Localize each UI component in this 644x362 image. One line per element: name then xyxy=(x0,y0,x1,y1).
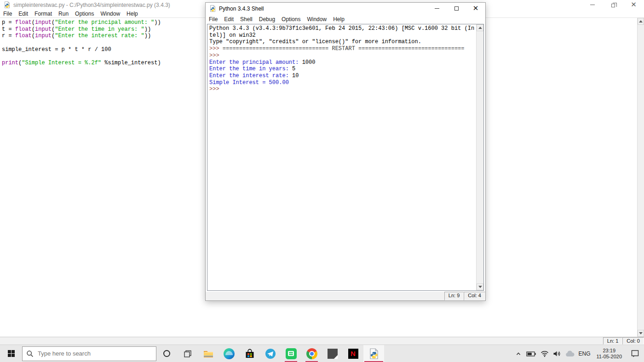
editor-restore-button[interactable] xyxy=(603,0,623,10)
shell-statusbar: Ln: 9 Col: 4 xyxy=(206,292,485,300)
scroll-up-button[interactable] xyxy=(477,24,483,31)
taskbar-item-chrome[interactable] xyxy=(301,345,322,362)
restore-icon xyxy=(611,4,615,7)
text-line: >>> xyxy=(209,52,483,59)
cortana-icon xyxy=(163,350,170,357)
scroll-up-icon xyxy=(639,20,643,23)
scroll-down-icon xyxy=(478,286,482,288)
editor-minimize-button[interactable] xyxy=(582,0,603,10)
text-line: Python 3.4.3 (v3.4.3:9b73f1c3e601, Feb 2… xyxy=(209,25,483,32)
editor-col-indicator: Col: 0 xyxy=(622,337,644,345)
editor-window-controls: ✕ xyxy=(582,0,644,10)
shell-menu-debug[interactable]: Debug xyxy=(256,15,278,23)
taskbar-item-store[interactable] xyxy=(239,345,260,362)
scroll-down-icon xyxy=(639,332,643,334)
editor-window-title: simpleinterestwac.py - C:/Python34/simpl… xyxy=(13,2,170,8)
text-line: Enter the principal amount: 1000 xyxy=(209,59,483,66)
close-icon: ✕ xyxy=(473,5,479,12)
netflix-icon: N xyxy=(348,349,358,359)
spotify-icon xyxy=(286,348,297,359)
scroll-down-button[interactable] xyxy=(638,330,644,337)
tray-clock[interactable]: 23:19 11-05-2020 xyxy=(595,348,624,360)
text-line: Simple Interest = 500.00 xyxy=(209,79,483,86)
idle-python-icon xyxy=(368,348,380,359)
text-line: tel)] on win32 xyxy=(209,32,483,39)
sticky-notes-icon xyxy=(328,349,338,359)
wifi-icon[interactable] xyxy=(540,350,549,357)
editor-menu-help[interactable]: Help xyxy=(123,10,141,18)
telegram-icon xyxy=(265,348,276,359)
text-line: >>> xyxy=(209,86,483,93)
editor-menu-file[interactable]: File xyxy=(0,10,15,18)
onedrive-cloud-icon[interactable] xyxy=(565,351,575,357)
task-view-icon xyxy=(184,350,192,358)
shell-output[interactable]: Python 3.4.3 (v3.4.3:9b73f1c3e601, Feb 2… xyxy=(207,24,483,93)
python-shell-window: Python 3.4.3 Shell ✕ FileEditShellDebugO… xyxy=(205,2,486,301)
taskbar-item-file-explorer[interactable] xyxy=(198,345,218,362)
system-tray: ENG 23:19 11-05-2020 xyxy=(515,345,644,362)
shell-maximize-button[interactable] xyxy=(447,3,466,14)
start-button[interactable] xyxy=(0,345,22,362)
taskbar-item-task-view[interactable] xyxy=(177,345,198,362)
shell-titlebar[interactable]: Python 3.4.3 Shell ✕ xyxy=(206,3,485,14)
taskbar-item-edge[interactable] xyxy=(218,345,239,362)
microsoft-store-icon xyxy=(244,348,255,359)
text-line: Type "copyright", "credits" or "license(… xyxy=(209,39,483,45)
shell-menu-file[interactable]: File xyxy=(206,15,221,23)
taskbar-item-spotify[interactable] xyxy=(281,345,301,362)
shell-menu-help[interactable]: Help xyxy=(330,15,348,23)
editor-vertical-scrollbar[interactable] xyxy=(637,18,644,337)
scroll-up-button[interactable] xyxy=(638,18,644,25)
editor-line-indicator: Ln: 1 xyxy=(603,337,622,345)
taskbar-item-telegram[interactable] xyxy=(260,345,281,362)
shell-menu-shell[interactable]: Shell xyxy=(237,15,256,23)
taskbar-item-idle-python[interactable] xyxy=(363,345,384,362)
volume-icon[interactable] xyxy=(553,350,561,357)
shell-menu-window[interactable]: Window xyxy=(304,15,330,23)
idle-file-icon xyxy=(4,1,11,8)
windows-logo-icon xyxy=(8,350,15,357)
shell-close-button[interactable]: ✕ xyxy=(466,3,485,14)
scrollbar-track[interactable] xyxy=(638,25,644,330)
chrome-icon xyxy=(306,348,317,359)
taskbar-item-sticky-notes[interactable] xyxy=(322,345,343,362)
shell-vertical-scrollbar[interactable] xyxy=(476,24,483,290)
text-line: Enter the time in years: 5 xyxy=(209,66,483,73)
language-indicator[interactable]: ENG xyxy=(579,351,591,357)
maximize-icon xyxy=(454,6,459,11)
minimize-icon xyxy=(435,8,439,9)
taskbar-item-cortana[interactable] xyxy=(156,345,177,362)
taskbar-search-box[interactable] xyxy=(22,346,156,361)
scroll-down-button[interactable] xyxy=(477,283,483,290)
editor-statusbar: Ln: 1 Col: 0 xyxy=(0,337,644,345)
shell-window-title: Python 3.4.3 Shell xyxy=(219,6,264,12)
editor-menu-edit[interactable]: Edit xyxy=(15,10,31,18)
editor-close-button[interactable]: ✕ xyxy=(623,0,644,10)
shell-menubar: FileEditShellDebugOptionsWindowHelp xyxy=(206,14,485,24)
shell-text-area[interactable]: Python 3.4.3 (v3.4.3:9b73f1c3e601, Feb 2… xyxy=(207,24,484,291)
tray-date: 11-05-2020 xyxy=(597,354,622,360)
file-explorer-icon xyxy=(203,348,214,359)
action-center-icon[interactable] xyxy=(631,349,639,358)
scrollbar-track[interactable] xyxy=(477,31,483,283)
text-line: >>> ================================ RES… xyxy=(209,45,483,52)
editor-menu-format[interactable]: Format xyxy=(31,10,55,18)
search-input[interactable] xyxy=(38,350,152,357)
shell-menu-edit[interactable]: Edit xyxy=(221,15,237,23)
editor-menu-window[interactable]: Window xyxy=(97,10,123,18)
close-icon: ✕ xyxy=(631,1,637,8)
tray-chevron-up-icon[interactable] xyxy=(515,350,522,357)
shell-minimize-button[interactable] xyxy=(427,3,447,14)
battery-icon[interactable] xyxy=(526,350,536,357)
search-icon xyxy=(26,350,34,357)
shell-col-indicator: Col: 4 xyxy=(464,292,485,300)
text-line: Enter the interest rate: 10 xyxy=(209,73,483,79)
shell-window-controls: ✕ xyxy=(427,3,485,14)
edge-icon xyxy=(224,348,235,359)
editor-menu-run[interactable]: Run xyxy=(55,10,72,18)
shell-line-indicator: Ln: 9 xyxy=(444,292,464,300)
shell-menu-options[interactable]: Options xyxy=(278,15,304,23)
editor-menu-options[interactable]: Options xyxy=(72,10,97,18)
desktop: simpleinterestwac.py - C:/Python34/simpl… xyxy=(0,0,644,362)
taskbar-item-netflix[interactable]: N xyxy=(343,345,363,362)
